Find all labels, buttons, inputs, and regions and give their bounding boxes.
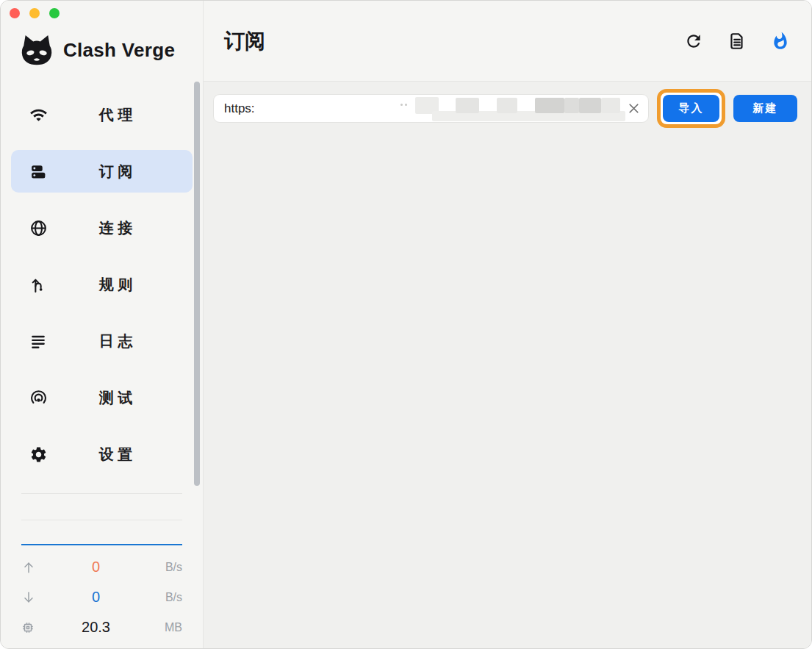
traffic-graph-baseline <box>21 544 182 545</box>
upload-speed-row: 0 B/s <box>21 552 182 582</box>
subscription-url-input[interactable] <box>213 94 649 123</box>
flame-icon <box>771 32 790 51</box>
download-speed-unit: B/s <box>150 591 182 604</box>
page-title: 订阅 <box>224 27 265 55</box>
url-input-wrap <box>213 94 649 123</box>
sidebar-item-label: 订 阅 <box>48 162 184 182</box>
download-speed-row: 0 B/s <box>21 582 182 612</box>
app-title: Clash Verge <box>63 39 175 62</box>
window-controls <box>10 8 60 18</box>
sidebar-item-label: 代 理 <box>48 105 184 125</box>
test-icon <box>29 388 48 407</box>
document-icon <box>727 32 747 51</box>
import-button[interactable]: 导入 <box>663 95 719 122</box>
arrow-down-icon <box>21 590 42 605</box>
download-speed-value: 0 <box>42 589 150 606</box>
app-window: Clash Verge 代 理 订 阅 <box>0 0 812 649</box>
refresh-icon <box>684 32 703 51</box>
sidebar-traffic-panel: 0 B/s 0 B/s 20.3 MB <box>1 493 203 648</box>
upload-speed-value: 0 <box>42 559 150 576</box>
sidebar-item-logs[interactable]: 日 志 <box>11 320 193 362</box>
sidebar-scrollbar[interactable] <box>194 82 200 486</box>
close-window-button[interactable] <box>10 8 20 18</box>
profiles-empty-area <box>204 128 811 648</box>
sidebar-item-label: 连 接 <box>48 218 184 238</box>
maximize-window-button[interactable] <box>49 8 60 18</box>
gear-icon <box>29 445 48 464</box>
memory-usage-unit: MB <box>150 621 182 634</box>
clear-input-button[interactable] <box>625 100 642 117</box>
memory-usage-value: 20.3 <box>42 619 150 636</box>
arrow-up-icon <box>21 560 42 575</box>
sidebar-item-connections[interactable]: 连 接 <box>11 207 193 249</box>
main-panel: 订阅 <box>204 1 811 648</box>
cat-logo-icon <box>20 33 54 67</box>
sidebar-item-label: 日 志 <box>48 331 184 351</box>
sidebar-item-rules[interactable]: 规 则 <box>11 263 193 306</box>
wifi-icon <box>29 105 48 124</box>
globe-icon <box>29 218 48 237</box>
sidebar-nav: 代 理 订 阅 <box>1 93 203 476</box>
memory-usage-row: 20.3 MB <box>21 612 182 642</box>
sidebar-item-subscription[interactable]: 订 阅 <box>11 150 193 193</box>
highlight-ring: 导入 <box>657 89 725 128</box>
page-header: 订阅 <box>204 1 811 82</box>
close-icon <box>626 101 642 116</box>
divider <box>21 493 182 494</box>
subscription-icon <box>29 162 48 181</box>
rules-icon <box>29 275 48 294</box>
sidebar-item-label: 规 则 <box>48 275 184 295</box>
view-profile-file-button[interactable] <box>727 31 747 51</box>
divider <box>21 520 182 520</box>
minimize-window-button[interactable] <box>29 8 40 18</box>
chip-icon <box>21 621 42 634</box>
sidebar-item-label: 测 试 <box>48 388 184 408</box>
new-profile-button[interactable]: 新建 <box>733 95 797 122</box>
sidebar: Clash Verge 代 理 订 阅 <box>1 1 204 648</box>
sidebar-item-settings[interactable]: 设 置 <box>11 433 193 476</box>
app-brand: Clash Verge <box>20 33 203 67</box>
subscription-toolbar: 导入 新建 <box>213 89 797 128</box>
refresh-button[interactable] <box>683 31 704 51</box>
sidebar-item-proxy[interactable]: 代 理 <box>11 93 193 136</box>
flame-button[interactable] <box>770 31 791 51</box>
logs-icon <box>29 331 48 351</box>
sidebar-item-test[interactable]: 测 试 <box>11 376 193 419</box>
header-actions <box>683 31 791 51</box>
sidebar-item-label: 设 置 <box>48 445 184 465</box>
upload-speed-unit: B/s <box>150 561 182 574</box>
